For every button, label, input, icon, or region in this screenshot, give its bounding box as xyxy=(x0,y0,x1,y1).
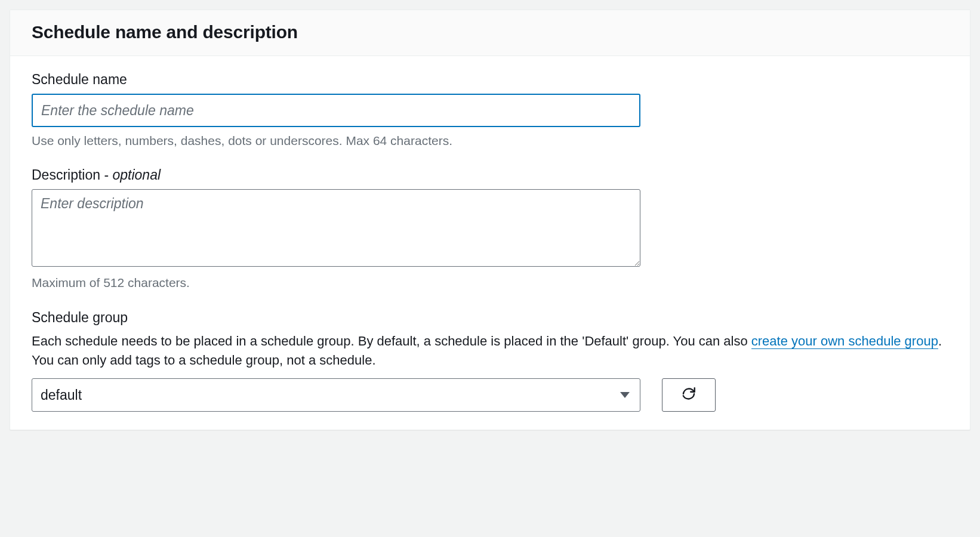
description-label-prefix: Description - xyxy=(32,167,112,183)
schedule-group-field: Schedule group Each schedule needs to be… xyxy=(32,310,948,412)
schedule-group-row: default xyxy=(32,378,948,412)
schedule-name-field: Schedule name Use only letters, numbers,… xyxy=(32,72,948,149)
panel-header: Schedule name and description xyxy=(10,10,970,56)
description-label: Description - optional xyxy=(32,167,948,183)
description-hint: Maximum of 512 characters. xyxy=(32,274,948,291)
schedule-group-select[interactable]: default xyxy=(32,378,640,412)
schedule-panel: Schedule name and description Schedule n… xyxy=(10,10,970,430)
refresh-button[interactable] xyxy=(662,378,716,412)
schedule-group-desc-part1: Each schedule needs to be placed in a sc… xyxy=(32,334,751,348)
schedule-group-select-wrap: default xyxy=(32,378,640,412)
schedule-name-hint: Use only letters, numbers, dashes, dots … xyxy=(32,132,948,149)
schedule-name-label: Schedule name xyxy=(32,72,948,88)
panel-title: Schedule name and description xyxy=(32,22,948,42)
description-input[interactable] xyxy=(32,189,640,267)
schedule-group-description: Each schedule needs to be placed in a sc… xyxy=(32,332,948,370)
description-label-optional: optional xyxy=(112,167,161,183)
create-schedule-group-link[interactable]: create your own schedule group xyxy=(751,334,938,349)
refresh-icon xyxy=(681,386,697,403)
panel-body: Schedule name Use only letters, numbers,… xyxy=(10,56,970,430)
schedule-group-label: Schedule group xyxy=(32,310,948,326)
description-field: Description - optional Maximum of 512 ch… xyxy=(32,167,948,291)
schedule-name-input[interactable] xyxy=(32,94,640,127)
